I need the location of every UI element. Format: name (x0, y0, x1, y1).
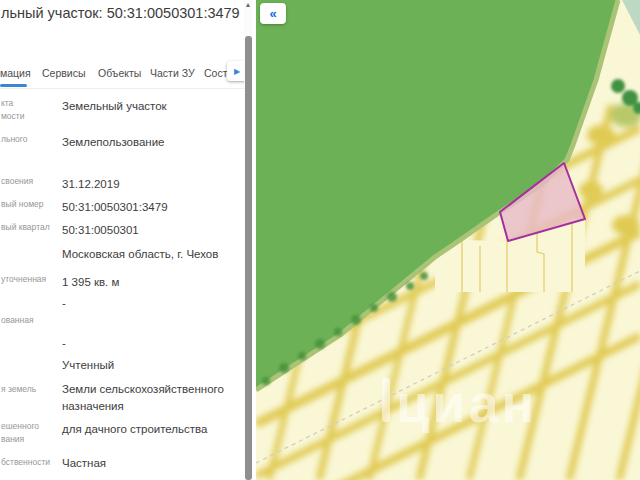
value-dash-2: - (62, 335, 66, 352)
tab-bar: мация Сервисы Объекты Части ЗУ Соста Г ▶ (0, 60, 244, 89)
map-watermark: циан (396, 372, 537, 434)
field-label-area-declared: ованная (1, 314, 34, 327)
value-permitted-use: для дачного строительства (62, 421, 207, 438)
value-dash-1: - (62, 295, 66, 312)
panel-scrollbar[interactable]: ▲ (244, 0, 252, 480)
field-label-cadastral-quarter: вый квартал (1, 221, 50, 234)
field-label-area-refined: уточненная (1, 273, 46, 286)
value-object-type: Земельный участок (62, 98, 167, 115)
page-title: льный участок: 50:31:0050301:3479 (1, 5, 240, 21)
chevrons-left-icon: « (269, 7, 276, 20)
field-label-cadastral-number: вый номер (1, 198, 43, 211)
tab-information[interactable]: мация (0, 67, 31, 79)
tab-parcel-parts[interactable]: Части ЗУ (150, 67, 195, 79)
field-label-land-kind: льного (1, 133, 27, 146)
tab-objects[interactable]: Объекты (98, 67, 141, 79)
collapse-panel-button[interactable]: « (260, 3, 286, 24)
object-info-panel: льный участок: 50:31:0050301:3479 мация … (0, 0, 252, 480)
scrollbar-thumb[interactable] (245, 36, 252, 480)
field-label-date-assigned: своения (1, 175, 33, 188)
value-ownership: Частная (62, 455, 106, 472)
value-address: Московская область, г. Чехов (62, 246, 218, 263)
scrollbar-up-icon[interactable]: ▲ (244, 0, 252, 9)
cadastral-map[interactable]: циан « (256, 0, 640, 480)
field-label-permitted-use: ешенногования (1, 420, 39, 446)
tab-services[interactable]: Сервисы (42, 67, 86, 79)
value-cadastral-quarter: 50:31:0050301 (62, 222, 139, 239)
value-date-assigned: 31.12.2019 (62, 176, 120, 193)
field-label-land-category: я земель (1, 383, 36, 396)
value-land-kind: Землепользование (62, 134, 165, 151)
watermark-bar (382, 378, 390, 422)
value-land-category: Земли сельскохозяйственного назначения (62, 381, 247, 414)
field-label-object-type: ктамости (1, 97, 24, 123)
value-cadastral-number: 50:31:0050301:3479 (62, 199, 168, 216)
chevron-right-icon: ▶ (234, 67, 240, 76)
field-label-ownership: бственности (1, 456, 50, 469)
value-area-refined: 1 395 кв. м (62, 274, 119, 291)
active-tab-underline (0, 84, 27, 87)
value-status: Учтенный (62, 357, 114, 374)
